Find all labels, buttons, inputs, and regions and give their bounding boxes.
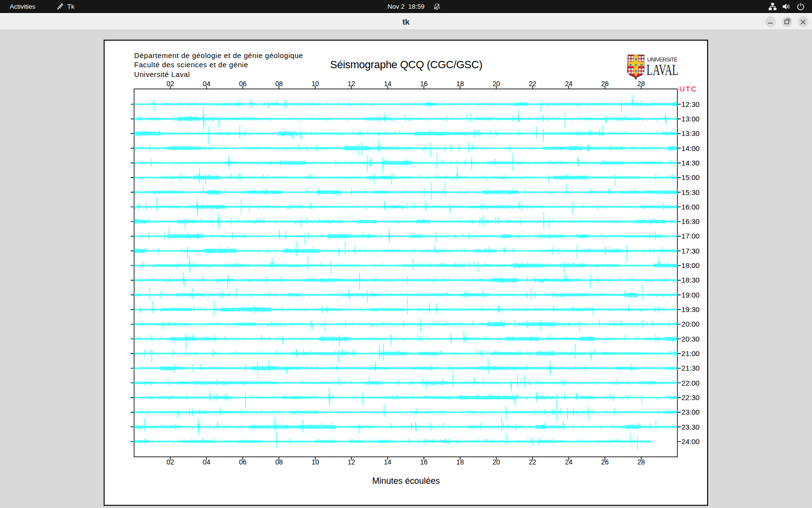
svg-text:Minutes écoulées: Minutes écoulées [372,476,440,486]
svg-text:21:30: 21:30 [682,364,700,372]
svg-text:23:30: 23:30 [682,423,700,431]
svg-text:18:30: 18:30 [682,276,700,284]
svg-text:18:00: 18:00 [682,261,700,269]
svg-text:19:00: 19:00 [682,291,700,299]
svg-text:Département de géologie et de: Département de géologie et de génie géol… [134,51,304,60]
svg-text:21:00: 21:00 [682,349,700,358]
svg-text:Faculté des sciences et de gén: Faculté des sciences et de génie [134,60,248,69]
svg-text:16:00: 16:00 [682,203,700,211]
svg-text:13:00: 13:00 [682,115,700,123]
svg-text:12:30: 12:30 [682,100,700,108]
svg-text:15:00: 15:00 [682,173,700,181]
svg-text:23:00: 23:00 [682,408,700,416]
svg-text:17:00: 17:00 [682,232,700,240]
svg-text:LAVAL: LAVAL [647,61,679,78]
svg-text:20:00: 20:00 [682,320,700,328]
svg-text:Université Laval: Université Laval [134,70,190,78]
svg-text:16:30: 16:30 [682,217,700,225]
svg-text:22:30: 22:30 [682,393,700,402]
svg-text:20:30: 20:30 [682,335,700,343]
svg-text:19:30: 19:30 [682,305,700,314]
svg-text:14:00: 14:00 [682,144,700,152]
svg-text:Séismographe QCQ (CGC/GSC): Séismographe QCQ (CGC/GSC) [330,59,482,71]
svg-text:14:30: 14:30 [682,159,700,167]
svg-text:UTC: UTC [680,85,697,93]
svg-text:15:30: 15:30 [682,188,700,196]
svg-text:24:00: 24:00 [682,437,700,446]
svg-text:22:00: 22:00 [682,379,700,387]
svg-text:17:30: 17:30 [682,247,700,255]
svg-text:13:30: 13:30 [682,129,700,137]
